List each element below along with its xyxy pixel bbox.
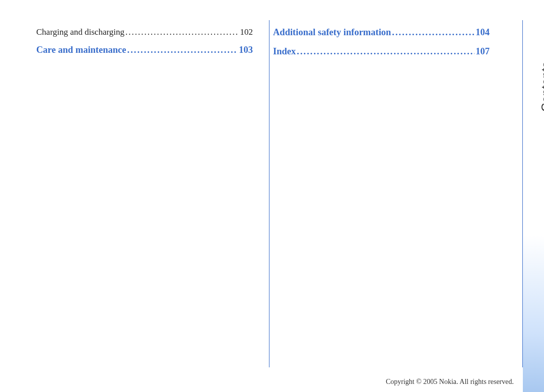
toc-entry-page: 107 (475, 44, 490, 59)
side-tab-label: Contents (539, 61, 544, 112)
toc-entry: Index ..................................… (273, 44, 490, 59)
toc-entry-title: Index (273, 44, 296, 59)
toc-entry-dots: ........................................… (297, 44, 474, 59)
toc-column-right: Additional safety information ..........… (263, 25, 490, 367)
toc-column-left: Charging and discharging ...............… (36, 25, 263, 367)
content-area: Charging and discharging ...............… (36, 25, 490, 367)
page-root: Charging and discharging ...............… (0, 0, 544, 392)
toc-entry-page: 102 (240, 25, 253, 39)
toc-entry: Charging and discharging ...............… (36, 25, 253, 39)
toc-entry-title: Care and maintenance (36, 43, 126, 58)
side-tab: Contents (523, 0, 544, 392)
toc-entry-dots: ........................................… (392, 25, 474, 40)
toc-entry: Additional safety information ..........… (273, 25, 490, 40)
toc-entry: Care and maintenance ...................… (36, 43, 253, 58)
toc-entry-title: Charging and discharging (36, 25, 124, 39)
footer-copyright: Copyright © 2005 Nokia. All rights reser… (386, 378, 514, 386)
toc-entry-page: 104 (475, 25, 490, 40)
toc-entry-dots: ........................................… (125, 25, 239, 39)
column-divider (269, 20, 269, 367)
toc-entry-title: Additional safety information (273, 25, 391, 40)
toc-entry-dots: ........................................… (127, 43, 238, 58)
toc-entry-page: 103 (239, 43, 253, 58)
